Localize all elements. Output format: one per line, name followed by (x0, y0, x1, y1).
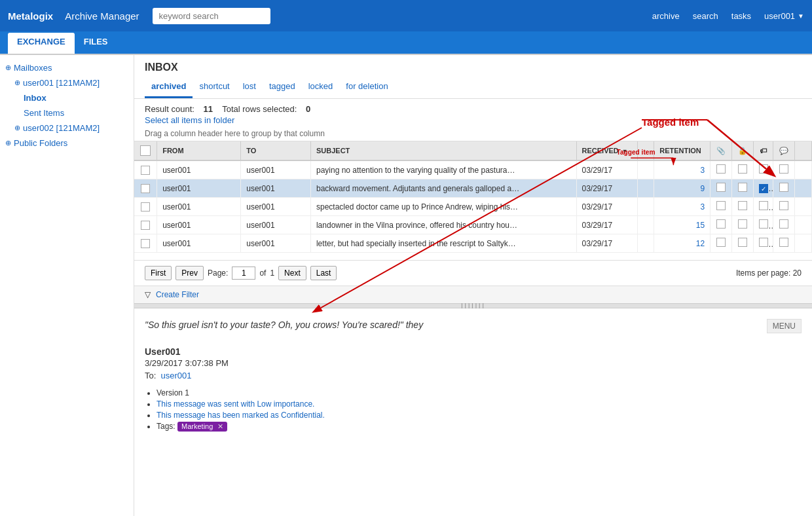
row-retention: 9 (654, 179, 710, 198)
row-note-cell[interactable] (773, 234, 795, 253)
row-att-cell[interactable] (710, 198, 732, 216)
row-note-cell[interactable] (773, 160, 795, 179)
page-input[interactable] (232, 267, 255, 280)
col-retention[interactable]: RETENTION (654, 141, 710, 160)
table-row[interactable]: user001 user001 letter, but had speciall… (134, 234, 812, 253)
sidebar: ⊕ Mailboxes ⊕ user001 [121MAM2] Inbox Se… (0, 55, 134, 516)
next-page-button[interactable]: Next (278, 266, 306, 280)
row-lock-cell[interactable] (732, 216, 754, 234)
meta-confidential-link[interactable]: This message has been marked as Confiden… (157, 411, 325, 420)
user-menu[interactable]: user001 ▼ (764, 11, 804, 21)
tab-lost[interactable]: lost (236, 79, 263, 98)
row-checkbox-cell[interactable] (134, 179, 157, 198)
meta-tags: Tags: Marketing ✕ (157, 422, 802, 432)
row-att-cell[interactable] (710, 179, 732, 198)
tab-files[interactable]: FILES (75, 33, 117, 54)
col-received[interactable]: RECEIVED ▼ (576, 141, 637, 160)
sidebar-user001-label: user001 [121MAM2] (23, 78, 100, 88)
last-page-button[interactable]: Last (310, 266, 337, 280)
row-lock-cell[interactable] (732, 160, 754, 179)
pagination: First Prev Page: of 1 Next Last Items pe… (134, 260, 812, 286)
row-to: user001 (241, 234, 311, 253)
row-to: user001 (241, 160, 311, 179)
result-count-label: Result count: (145, 104, 194, 114)
inbox-header: INBOX archived shortcut lost tagged lock… (134, 55, 812, 99)
tab-locked[interactable]: locked (302, 79, 340, 98)
col-subject[interactable]: SUBJECT (310, 141, 576, 160)
first-page-button[interactable]: First (145, 266, 172, 280)
row-lock-cell[interactable] (732, 179, 754, 198)
row-retention: 3 (654, 160, 710, 179)
tab-archived[interactable]: archived (145, 79, 193, 98)
search-input[interactable] (153, 8, 270, 24)
row-tag-cell[interactable] (754, 160, 773, 179)
sidebar-item-public-folders[interactable]: ⊕ Public Folders (0, 136, 134, 151)
nav-tasks[interactable]: tasks (731, 11, 751, 21)
row-att-cell[interactable] (710, 234, 732, 253)
row-tag-cell[interactable] (754, 216, 773, 234)
prev-page-button[interactable]: Prev (175, 266, 204, 280)
sidebar-item-inbox[interactable]: Inbox (0, 90, 134, 105)
row-note-cell[interactable] (773, 216, 795, 234)
col-from[interactable]: FROM (157, 141, 241, 160)
table-row[interactable]: user001 user001 paying no attention to t… (134, 160, 812, 179)
expand-user002-icon: ⊕ (14, 124, 20, 132)
sidebar-item-sent-items[interactable]: Sent Items (0, 105, 134, 120)
row-checkbox-cell[interactable] (134, 234, 157, 253)
table-row[interactable]: user001 user001 landowner in the Vilna p… (134, 216, 812, 234)
row-tag-cell[interactable] (754, 198, 773, 216)
tab-for-deletion[interactable]: for deletion (339, 79, 394, 98)
row-att-cell[interactable] (710, 216, 732, 234)
select-all-checkbox[interactable] (140, 145, 151, 156)
tag-remove-icon[interactable]: ✕ (217, 422, 223, 430)
row-checkbox-cell[interactable] (134, 198, 157, 216)
sidebar-item-user002[interactable]: ⊕ user002 [121MAM2] (0, 120, 134, 136)
sidebar-mailboxes-label: Mailboxes (14, 63, 52, 73)
tab-tagged[interactable]: tagged (263, 79, 302, 98)
tag-marketing-badge[interactable]: Marketing ✕ (177, 422, 227, 432)
row-subject: landowner in the Vilna province, offered… (310, 216, 576, 234)
tab-shortcut[interactable]: shortcut (193, 79, 236, 98)
brand-app: Archive Manager (65, 10, 139, 22)
user-name: user001 (764, 11, 795, 21)
row-spacer (637, 234, 654, 253)
row-tag-cell[interactable]: ✓ (754, 179, 773, 198)
row-spacer2 (795, 216, 812, 234)
create-filter-link[interactable]: Create Filter (156, 290, 199, 299)
row-note-cell[interactable] (773, 198, 795, 216)
table-row[interactable]: user001 user001 spectacled doctor came u… (134, 198, 812, 216)
preview-menu-button[interactable]: MENU (767, 319, 802, 333)
row-lock-cell[interactable] (732, 198, 754, 216)
table-row[interactable]: user001 user001 backward movement. Adjut… (134, 179, 812, 198)
tab-exchange[interactable]: EXCHANGE (8, 33, 75, 54)
resize-handle[interactable]: ||||||| (134, 303, 812, 308)
sidebar-item-mailboxes[interactable]: ⊕ Mailboxes (0, 60, 134, 75)
col-check[interactable] (134, 141, 157, 160)
meta-confidential: This message has been marked as Confiden… (157, 411, 802, 420)
col-to[interactable]: TO (241, 141, 311, 160)
row-from: user001 (157, 179, 241, 198)
meta-importance-link[interactable]: This message was sent with Low importanc… (157, 399, 314, 409)
row-checkbox-cell[interactable] (134, 160, 157, 179)
row-att-cell[interactable] (710, 160, 732, 179)
brand-metalogix: Metalogix (8, 10, 53, 22)
select-all-link[interactable]: Select all items in folder (145, 115, 802, 125)
row-spacer (637, 179, 654, 198)
row-received: 03/29/17 (576, 160, 637, 179)
row-received: 03/29/17 (576, 198, 637, 216)
row-note-cell[interactable] (773, 179, 795, 198)
nav-archive[interactable]: archive (652, 11, 680, 21)
row-tag-cell[interactable] (754, 234, 773, 253)
nav-search[interactable]: search (693, 11, 718, 21)
email-table: FROM TO SUBJECT RECEIVED ▼ RETENTION 📎 🔒… (134, 141, 812, 253)
sidebar-sent-label: Sent Items (24, 108, 64, 118)
sidebar-user002-label: user002 [121MAM2] (23, 123, 100, 133)
result-rows: 0 (306, 104, 310, 114)
row-lock-cell[interactable] (732, 234, 754, 253)
preview-to-address[interactable]: user001 (161, 371, 192, 380)
row-received: 03/29/17 (576, 234, 637, 253)
sidebar-item-user001[interactable]: ⊕ user001 [121MAM2] (0, 75, 134, 90)
page-label: Page: (208, 268, 228, 278)
row-checkbox-cell[interactable] (134, 216, 157, 234)
preview-from: User001 (145, 346, 802, 357)
